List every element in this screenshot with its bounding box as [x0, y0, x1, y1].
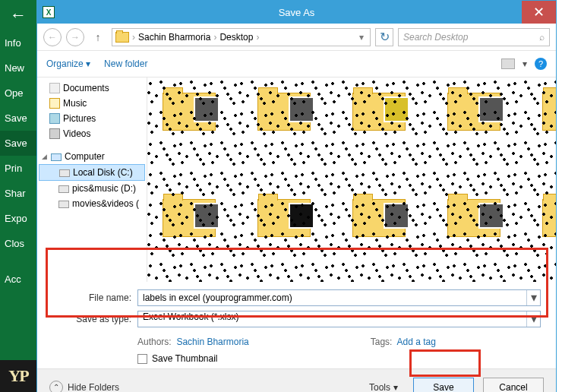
folder-icon [115, 32, 129, 43]
sidebar-item-account[interactable]: Acc [0, 267, 36, 292]
view-icon[interactable] [501, 58, 515, 69]
tags-value[interactable]: Add a tag [396, 337, 435, 347]
nav-back-button[interactable]: ← [43, 28, 62, 46]
nav-row: ← → ↑ › Sachin Bharmoria › Desktop › ▾ ↻… [37, 24, 556, 51]
tree-lib-pictures[interactable]: Pictures [39, 111, 145, 126]
metadata-row: Authors: Sachin Bharmoria Tags: Add a ta… [37, 335, 556, 349]
toolbar: Organize ▾ New folder ▾ ? [37, 51, 556, 77]
savetype-select[interactable]: Excel Workbook (*.xlsx) ▾ [137, 311, 541, 327]
chevron-down-icon[interactable]: ▾ [526, 290, 540, 305]
organize-menu[interactable]: Organize ▾ [46, 58, 90, 69]
new-folder-button[interactable]: New folder [104, 58, 147, 69]
breadcrumb-seg-user[interactable]: Sachin Bharmoria [138, 32, 210, 43]
sidebar-item-save[interactable]: Save [0, 106, 36, 131]
save-thumbnail-row: Save Thumbnail [37, 349, 556, 368]
tree-drive-d[interactable]: pics&music (D:) [39, 181, 145, 196]
documents-icon [49, 83, 60, 93]
folder-item[interactable] [447, 191, 508, 245]
drive-icon [58, 185, 69, 193]
refresh-button[interactable]: ↻ [375, 28, 393, 46]
tree-lib-music[interactable]: Music [39, 96, 145, 111]
chevron-right-icon: › [256, 32, 259, 43]
sidebar-item-share[interactable]: Shar [0, 181, 36, 206]
chevron-right-icon: › [213, 32, 216, 43]
nav-up-button[interactable]: ↑ [89, 28, 107, 46]
folder-tree[interactable]: Documents Music Pictures Videos ◢Compute… [37, 77, 147, 282]
music-icon [49, 98, 60, 109]
tree-lib-videos[interactable]: Videos [39, 126, 145, 141]
hide-folders-toggle[interactable]: ⌃ Hide Folders [49, 381, 119, 393]
save-thumbnail-checkbox[interactable] [137, 354, 147, 364]
videos-icon [49, 128, 60, 139]
breadcrumb[interactable]: › Sachin Bharmoria › Desktop › ▾ [112, 28, 371, 46]
search-placeholder: Search Desktop [403, 32, 468, 43]
chevron-down-icon: ▾ [86, 58, 90, 69]
filename-input[interactable]: ▾ [137, 289, 541, 306]
sidebar-item-export[interactable]: Expo [0, 206, 36, 231]
savetype-value: Excel Workbook (*.xlsx) [138, 311, 526, 327]
excel-sidebar: ← Info New Ope Save Save Prin Shar Expo … [0, 0, 36, 392]
filename-field[interactable] [138, 290, 526, 305]
tree-drive-e[interactable]: movies&videos ( [39, 196, 145, 211]
chevron-right-icon: › [132, 32, 135, 43]
folder-item[interactable] [447, 85, 508, 138]
pictures-icon [49, 113, 60, 124]
watermark-logo: YP [0, 360, 36, 392]
save-as-dialog: X Save As ✕ ← → ↑ › Sachin Bharmoria › D… [36, 0, 557, 392]
chevron-down-icon: ▾ [393, 382, 398, 393]
titlebar[interactable]: X Save As ✕ [37, 1, 556, 24]
computer-icon [51, 153, 62, 161]
folder-item[interactable] [542, 85, 556, 138]
folder-item[interactable] [352, 191, 413, 245]
expand-icon: ◢ [42, 153, 48, 160]
search-icon: ⌕ [539, 32, 545, 43]
save-thumbnail-label: Save Thumbnail [152, 353, 218, 364]
tree-lib-documents[interactable]: Documents [39, 81, 145, 96]
excel-backstage: ← Info New Ope Save Save Prin Shar Expo … [0, 0, 562, 392]
drive-icon [59, 169, 70, 177]
sidebar-item-saveas[interactable]: Save [0, 131, 36, 156]
tools-menu[interactable]: Tools ▾ [369, 382, 398, 393]
savetype-label: Save as type: [52, 314, 137, 324]
tags-label: Tags: [371, 337, 393, 347]
tree-computer[interactable]: ◢Computer [39, 149, 145, 164]
chevron-down-icon[interactable]: ▾ [523, 58, 527, 69]
dialog-title: Save As [279, 7, 315, 18]
chevron-down-icon[interactable]: ▾ [526, 311, 540, 327]
excel-app-icon: X [37, 1, 60, 24]
folder-item[interactable] [257, 85, 318, 138]
back-arrow[interactable]: ← [0, 0, 36, 30]
dialog-footer: ⌃ Hide Folders Tools ▾ Save Cancel [37, 368, 556, 392]
authors-label: Authors: [137, 337, 172, 347]
drive-icon [58, 201, 69, 208]
folder-item[interactable] [163, 191, 223, 245]
sidebar-item-print[interactable]: Prin [0, 156, 36, 181]
chevron-up-icon: ⌃ [49, 381, 63, 393]
folder-item[interactable] [257, 191, 318, 245]
close-icon: ✕ [533, 4, 545, 21]
close-button[interactable]: ✕ [522, 1, 556, 24]
file-pane[interactable] [147, 77, 556, 282]
cancel-button[interactable]: Cancel [483, 378, 544, 393]
breadcrumb-dropdown-icon[interactable]: ▾ [356, 32, 367, 43]
sidebar-item-close[interactable]: Clos [0, 231, 36, 256]
sidebar-item-open[interactable]: Ope [0, 81, 36, 106]
folder-item[interactable] [163, 85, 223, 138]
dialog-body: Documents Music Pictures Videos ◢Compute… [37, 77, 556, 282]
nav-forward-button[interactable]: → [66, 28, 84, 46]
authors-value[interactable]: Sachin Bharmoria [176, 337, 248, 347]
folder-item[interactable] [542, 191, 556, 245]
help-icon[interactable]: ? [535, 58, 547, 70]
breadcrumb-seg-desktop[interactable]: Desktop [219, 32, 253, 43]
sidebar-item-new[interactable]: New [0, 55, 36, 81]
search-input[interactable]: Search Desktop ⌕ [398, 28, 550, 46]
save-form: File name: ▾ Save as type: Excel Workboo… [37, 282, 556, 335]
filename-label: File name: [52, 292, 137, 303]
save-button[interactable]: Save [413, 378, 474, 393]
folder-item[interactable] [352, 85, 413, 138]
sidebar-item-info[interactable]: Info [0, 30, 36, 55]
tree-drive-c[interactable]: Local Disk (C:) [39, 164, 145, 181]
